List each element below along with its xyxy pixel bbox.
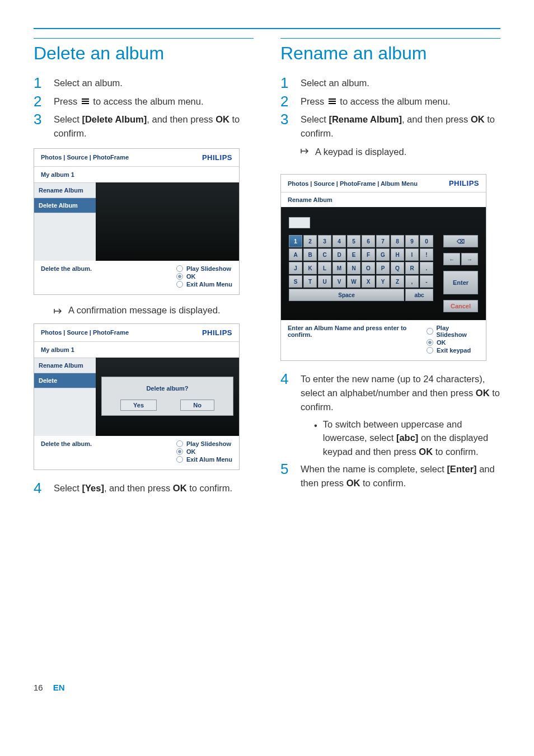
menu-item-selected: Delete Album <box>34 198 96 213</box>
button-legend: Play Slideshow OK Exit Alum Menu <box>176 440 232 464</box>
yes-button: Yes <box>120 400 157 411</box>
bold: OK <box>476 388 490 398</box>
screenshot-keypad: Photos | Source | PhotoFrame | Album Men… <box>280 174 486 361</box>
keypad-key: P <box>376 262 390 274</box>
bold: OK <box>419 447 433 457</box>
keypad-key: M <box>332 262 346 274</box>
button-legend: Play Slideshow OK Exit Alum Menu <box>176 265 232 289</box>
keypad-key: 5 <box>347 235 360 247</box>
menu-item-selected: Delete <box>34 373 96 388</box>
keypad-key: S <box>289 275 302 288</box>
keypad-key: Q <box>391 262 404 274</box>
brand-logo: PHILIPS <box>202 328 232 337</box>
menu-item: Rename Album <box>34 183 96 198</box>
panel-subtitle: Rename Album <box>281 192 486 207</box>
step-number: 1 <box>280 75 301 91</box>
bold: [Delete Album] <box>82 114 147 124</box>
keypad-key: L <box>318 262 331 274</box>
text: Select <box>54 483 82 493</box>
arrow-right-icon <box>301 147 310 155</box>
keypad-key: 7 <box>376 235 390 247</box>
delete-steps: 1 Select an album. 2 Press to access the… <box>34 75 254 140</box>
screenshot-delete-confirm: Photos | Source | PhotoFrame PHILIPS My … <box>34 323 240 470</box>
keypad-key: N <box>347 262 360 274</box>
enter-key: Enter <box>443 271 478 294</box>
text: to confirm. <box>187 483 233 493</box>
result-line: A confirmation message is displayed. <box>54 305 254 316</box>
keypad-key: V <box>332 275 346 288</box>
keypad-key: X <box>362 275 375 288</box>
step-number: 2 <box>34 93 54 110</box>
text: To enter the new name (up to 24 characte… <box>301 374 485 398</box>
step-body: Select [Delete Album], and then press OK… <box>54 111 254 140</box>
legend-item: Play Slideshow <box>186 265 231 272</box>
keypad-key: J <box>289 262 302 274</box>
bold: OK <box>173 483 187 493</box>
keypad-key: 9 <box>405 235 419 247</box>
keypad-key: - <box>420 275 433 288</box>
page-number: 16 <box>34 683 43 692</box>
bold: OK <box>346 478 360 488</box>
keypad-key: 1 <box>289 235 302 247</box>
keypad-key: 6 <box>362 235 375 247</box>
step-body: Select [Rename Album], and then press OK… <box>301 111 500 166</box>
rename-steps: 1 Select an album. 2 Press to access the… <box>280 75 500 166</box>
right-column: Rename an album 1 Select an album. 2 Pre… <box>280 38 500 504</box>
arrow-right-icon <box>54 307 63 315</box>
no-button: No <box>180 400 214 411</box>
step-number: 3 <box>280 111 301 128</box>
album-name: My album 1 <box>34 167 239 182</box>
backspace-key: ⌫ <box>443 235 478 247</box>
keypad-key: K <box>303 262 317 274</box>
text: When the name is complete, select <box>301 464 447 474</box>
menu-item: Rename Album <box>34 358 96 373</box>
menu-icon <box>329 98 336 105</box>
step-number: 1 <box>34 75 54 91</box>
keypad-key: C <box>318 248 331 261</box>
step-number: 2 <box>280 93 301 110</box>
keypad-key: E <box>347 248 360 261</box>
text: , and then press <box>147 114 216 124</box>
text: to confirm. <box>433 447 479 457</box>
step-body: Select an album. <box>301 75 500 90</box>
bold: [Yes] <box>82 483 104 493</box>
step-number: 4 <box>280 371 301 387</box>
text: , and then press <box>104 483 173 493</box>
breadcrumb: Photos | Source | PhotoFrame <box>41 154 129 161</box>
bullet-icon: • <box>314 417 317 459</box>
bold: [Rename Album] <box>329 114 402 124</box>
page-top-rule <box>34 28 500 29</box>
breadcrumb: Photos | Source | PhotoFrame | Album Men… <box>288 180 418 187</box>
legend-item: OK <box>437 339 446 346</box>
result-text: A keypad is displayed. <box>315 145 406 159</box>
legend-item: Exit Alum Menu <box>186 281 232 288</box>
keypad-key: O <box>362 262 375 274</box>
keypad-key: T <box>303 275 317 288</box>
text: Select <box>54 114 82 124</box>
left-arrow-key: ← <box>443 253 460 265</box>
step-number: 4 <box>34 480 54 496</box>
step-body: When the name is complete, select [Enter… <box>301 461 500 490</box>
step-body: Select [Yes], and then press OK to confi… <box>54 480 254 495</box>
rename-steps-4-5: 4 To enter the new name (up to 24 charac… <box>280 371 500 490</box>
screenshot-delete-menu: Photos | Source | PhotoFrame PHILIPS My … <box>34 148 240 295</box>
keypad-key: 8 <box>391 235 404 247</box>
text: Press <box>301 96 327 106</box>
bold: [Enter] <box>447 464 476 474</box>
brand-logo: PHILIPS <box>449 179 479 187</box>
legend-item: Play Slideshow <box>437 325 479 338</box>
section-title-delete: Delete an album <box>34 38 254 64</box>
cancel-key: Cancel <box>443 300 478 312</box>
text: to confirm. <box>360 478 406 488</box>
keypad-key: . <box>420 262 433 274</box>
keypad-key: G <box>376 248 390 261</box>
keypad-key: I <box>405 248 419 261</box>
step-body: Press to access the album menu. <box>301 93 500 109</box>
keypad-key: 4 <box>332 235 346 247</box>
legend-item: OK <box>186 273 196 280</box>
keypad-key: U <box>318 275 331 288</box>
keypad-key: R <box>405 262 419 274</box>
keypad-key: 3 <box>318 235 331 247</box>
keypad-key: Z <box>391 275 404 288</box>
keypad-keys: 1234567890ABCDEFGHI!JKLMNOPQR.STUVWXYZ,-… <box>289 235 433 302</box>
